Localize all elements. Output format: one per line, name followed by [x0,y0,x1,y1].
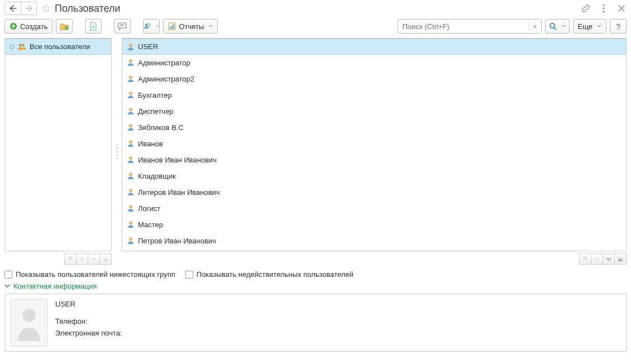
list-item[interactable]: Бухгалтер [122,87,626,103]
list-item[interactable]: Иванов Иван Иванович [122,152,626,168]
right-nav-controls [122,253,627,265]
show-subgroup-users-checkbox[interactable]: Показывать пользователей нижестоящих гру… [4,270,175,279]
search-clear-button[interactable]: × [529,22,541,31]
user-icon [127,123,135,131]
more-button-label: Еще [578,22,592,31]
svg-point-17 [130,108,132,111]
scroll-bottom-button[interactable] [614,253,627,265]
avatar [11,299,47,347]
avatar-placeholder-icon [15,303,43,342]
list-item[interactable]: Администратор [122,55,626,71]
tree-root-label: Все пользователи [30,42,90,51]
reports-button[interactable]: Отчеты [163,19,218,33]
list-item[interactable]: Литеров Иван Иванович [122,184,626,200]
page-title: Пользователи [55,3,581,15]
list-item[interactable]: Диспетчер [122,103,626,119]
search-box: × [398,19,542,33]
radio-marker-icon [9,45,14,49]
svg-rect-8 [171,25,173,29]
svg-point-13 [130,44,132,46]
create-button-label: Создать [20,22,47,31]
user-icon [127,188,135,196]
list-item[interactable]: USER [122,39,626,55]
user-icon [127,140,135,147]
new-group-button[interactable] [56,19,73,33]
list-item-label: Кладовщик [138,172,176,180]
checkbox-label: Показывать недействительных пользователе… [197,270,353,279]
svg-point-12 [22,44,24,46]
checkbox-label: Показывать пользователей нижестоящих гру… [16,270,175,279]
scroll-down-button[interactable] [88,253,100,265]
list-item-label: Администратор2 [138,75,194,83]
list-item-label: Диспетчер [138,107,174,116]
file-arrow-icon [89,22,97,31]
user-icon [127,107,135,115]
list-item-label: Мастер [138,221,163,229]
scroll-down-button[interactable] [603,253,615,265]
favorite-star-icon[interactable] [40,2,52,15]
svg-point-21 [130,173,132,176]
svg-point-22 [130,189,132,192]
report-icon [168,22,176,30]
list-item[interactable]: Иванов [122,136,626,152]
scroll-up-button[interactable] [591,253,603,265]
back-button[interactable] [5,2,21,15]
list-item[interactable]: Администратор2 [122,71,626,87]
contact-phone-label: Телефон: [55,317,122,325]
svg-rect-7 [170,27,171,29]
help-icon: ? [616,22,620,31]
list-item[interactable]: Петров Иван Иванович [122,233,626,249]
svg-point-25 [130,238,132,241]
svg-point-15 [130,76,132,79]
create-button[interactable]: Создать [4,19,52,33]
close-icon[interactable] [616,3,627,13]
list-item[interactable]: Мастер [122,217,626,233]
nav-buttons [4,2,37,15]
list-item-label: Иванов Иван Иванович [138,156,217,164]
search-go-button[interactable] [545,19,570,33]
user-icon [127,237,135,245]
list-item-label: USER [138,42,158,51]
tree-root-item[interactable]: Все пользователи [5,39,111,55]
svg-point-20 [130,157,132,160]
chevron-down-icon [4,284,10,289]
link-icon[interactable] [581,3,591,13]
list-item[interactable]: Зябликов В.С [122,119,626,136]
groups-tree: Все пользователи [4,38,112,251]
forward-button[interactable] [21,2,36,15]
svg-point-14 [130,60,132,63]
scroll-bottom-button[interactable] [99,253,112,265]
scroll-up-button[interactable] [76,253,88,265]
contact-user-name: USER [55,300,122,308]
list-item-label: Петров Иван Иванович [138,237,216,245]
checkbox-icon [185,271,193,279]
scroll-top-button[interactable] [579,253,591,265]
user-icon [127,59,135,66]
list-item[interactable]: Кладовщик [122,168,626,184]
splitter[interactable] [115,38,118,265]
show-invalid-users-checkbox[interactable]: Показывать недействительных пользователе… [185,270,353,279]
svg-point-16 [130,92,132,95]
arrow-right-icon [25,5,33,12]
svg-point-0 [603,4,604,6]
chevron-down-icon [597,25,601,28]
list-item-label: Иванов [138,140,163,148]
open-file-button[interactable] [85,19,102,33]
kebab-menu-icon[interactable] [599,3,609,13]
user-refresh-icon [144,22,151,31]
svg-point-1 [603,7,604,9]
more-button[interactable]: Еще [573,19,606,33]
chat-button[interactable] [114,19,131,33]
list-item[interactable]: Логист [122,200,626,217]
contact-section-toggle[interactable]: Контактная информация [0,282,631,294]
svg-point-18 [130,124,132,127]
refresh-users-button[interactable] [143,19,160,33]
svg-point-11 [19,44,21,46]
help-button[interactable]: ? [610,19,627,33]
svg-point-24 [130,222,132,224]
checkbox-icon [4,271,12,279]
scroll-top-button[interactable] [64,253,77,265]
search-input[interactable] [398,22,529,31]
plus-circle-icon [9,22,17,30]
list-item-label: Зябликов В.С [138,123,184,132]
